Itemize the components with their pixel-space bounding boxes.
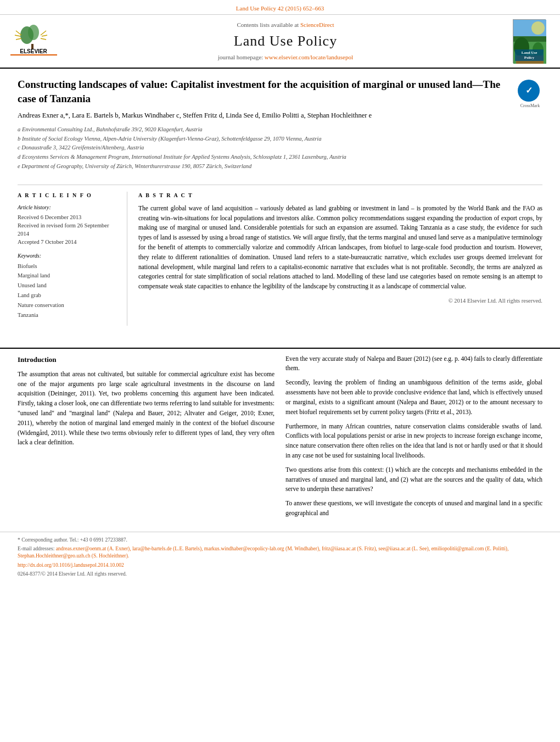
- main-divider: [0, 348, 560, 349]
- main-content: Introduction The assumption that areas n…: [0, 354, 560, 532]
- article-body: Constructing landscapes of value: Capita…: [0, 69, 560, 342]
- crossmark-circle: ✓: [518, 80, 540, 102]
- page-footer: * Corresponding author. Tel.: +43 0 6991…: [0, 532, 560, 584]
- intro-para-2: Even the very accurate study of Nalepa a…: [285, 354, 542, 374]
- issn-note: 0264-8377/© 2014 Elsevier Ltd. All right…: [18, 571, 542, 578]
- journal-header: ELSEVIER Contents lists available at Sci…: [0, 15, 560, 69]
- keyword-nature: Nature conservation: [18, 300, 118, 310]
- article-info-heading: A R T I C L E I N F O: [18, 192, 118, 199]
- authors-line: Andreas Exner a,*, Lara E. Bartels b, Ma…: [18, 111, 509, 121]
- doi-note: http://dx.doi.org/10.1016/j.landusepol.2…: [18, 562, 542, 569]
- email-addresses[interactable]: andreas.exner@oenm.at (A. Exner), lara@h…: [18, 546, 508, 559]
- article-title: Constructing landscapes of value: Capita…: [18, 77, 509, 105]
- svg-line-6: [16, 38, 21, 40]
- copyright-line: © 2014 Elsevier Ltd. All rights reserved…: [138, 297, 542, 305]
- crossmark-icon: ✓: [525, 85, 533, 97]
- received-date: Received 6 December 2013: [18, 213, 118, 221]
- intro-para-5: Two questions arise from this context: (…: [285, 465, 542, 494]
- affiliation-b: b Institute of Social Ecology Vienna, Al…: [18, 135, 509, 143]
- corresponding-label: * Corresponding author. Tel.: +43 0 6991…: [18, 537, 127, 543]
- abstract-text: The current global wave of land acquisit…: [138, 204, 542, 292]
- article-title-text: Constructing landscapes of value: Capita…: [18, 77, 509, 171]
- affiliation-e: e Department of Geography, University of…: [18, 162, 509, 171]
- elsevier-logo-svg: ELSEVIER: [10, 24, 57, 56]
- article-info-col: A R T I C L E I N F O Article history: R…: [18, 192, 127, 326]
- svg-line-5: [15, 35, 20, 36]
- keyword-unused: Unused land: [18, 281, 118, 291]
- top-bar: Land Use Policy 42 (2015) 652–663: [0, 0, 560, 15]
- keyword-tanzania: Tanzania: [18, 310, 118, 320]
- keywords-list: Biofuels Marginal land Unused land Land …: [18, 261, 118, 320]
- introduction-text-right: Even the very accurate study of Nalepa a…: [285, 354, 542, 518]
- introduction-text-left: The assumption that areas not cultivated…: [18, 370, 275, 448]
- affiliations: a Environmental Consulting Ltd., Bahnhof…: [18, 125, 509, 171]
- affiliation-a: a Environmental Consulting Ltd., Bahnhof…: [18, 125, 509, 134]
- intro-para-4: Furthermore, in many African countries, …: [285, 422, 542, 461]
- history-label: Article history:: [18, 204, 118, 211]
- corresponding-author-note: * Corresponding author. Tel.: +43 0 6991…: [18, 537, 542, 544]
- introduction-heading: Introduction: [18, 354, 275, 365]
- intro-para-1: The assumption that areas not cultivated…: [18, 370, 275, 448]
- email-note: E-mail addresses: andreas.exner@oenm.at …: [18, 545, 542, 560]
- abstract-paragraph: The current global wave of land acquisit…: [138, 204, 542, 292]
- journal-center-header: Contents lists available at ScienceDirec…: [58, 21, 513, 62]
- journal-homepage: journal homepage: www.elsevier.com/locat…: [58, 53, 513, 62]
- svg-line-8: [42, 35, 47, 36]
- abstract-col: A B S T R A C T The current global wave …: [138, 192, 542, 326]
- journal-cover: Land UsePolicy: [513, 19, 551, 63]
- keyword-landgrab: Land grab: [18, 291, 118, 300]
- affiliation-c: c Donaustraße 3, 3422 Greifenstein/Alten…: [18, 143, 509, 152]
- authors: Andreas Exner a,*, Lara E. Bartels b, Ma…: [18, 111, 372, 119]
- keywords-label: Keywords:: [18, 252, 118, 260]
- content-right-col: Even the very accurate study of Nalepa a…: [285, 354, 542, 523]
- affiliation-d: d Ecosystems Services & Management Progr…: [18, 153, 509, 161]
- svg-point-14: [531, 21, 545, 35]
- content-left-col: Introduction The assumption that areas n…: [18, 354, 275, 523]
- crossmark-logo: ✓ CrossMark: [518, 80, 542, 109]
- doi-link[interactable]: http://dx.doi.org/10.1016/j.landusepol.2…: [18, 562, 124, 568]
- journal-ref-link[interactable]: Land Use Policy 42 (2015) 652–663: [236, 5, 324, 12]
- article-title-section: Constructing landscapes of value: Capita…: [18, 77, 542, 177]
- elsevier-logo: ELSEVIER: [9, 24, 58, 59]
- svg-line-7: [41, 31, 46, 35]
- svg-text:ELSEVIER: ELSEVIER: [20, 48, 47, 54]
- svg-point-2: [28, 25, 39, 40]
- journal-title: Land Use Policy: [58, 31, 513, 51]
- journal-homepage-link[interactable]: www.elsevier.com/locate/landusepol: [265, 54, 353, 60]
- sciencedirect-label: Contents lists available at ScienceDirec…: [58, 21, 513, 29]
- keyword-biofuels: Biofuels: [18, 261, 118, 271]
- revised-date: Received in revised form 26 September 20…: [18, 221, 118, 238]
- article-info-abstract-section: A R T I C L E I N F O Article history: R…: [18, 185, 542, 326]
- accepted-date: Accepted 7 October 2014: [18, 238, 118, 246]
- sciencedirect-link[interactable]: ScienceDirect: [300, 21, 334, 28]
- page-wrapper: Land Use Policy 42 (2015) 652–663: [0, 0, 560, 584]
- intro-para-3: Secondly, leaving the problem of finding…: [285, 378, 542, 417]
- cover-image: Land UsePolicy: [513, 19, 546, 63]
- crossmark-label: CrossMark: [518, 103, 542, 109]
- email-label: E-mail addresses:: [18, 546, 54, 551]
- keywords-section: Keywords: Biofuels Marginal land Unused …: [18, 252, 118, 320]
- intro-para-6: To answer these questions, we will inves…: [285, 499, 542, 518]
- article-history: Article history: Received 6 December 201…: [18, 204, 118, 247]
- abstract-heading: A B S T R A C T: [138, 192, 542, 199]
- cover-title: Land UsePolicy: [515, 49, 544, 61]
- keyword-marginal: Marginal land: [18, 271, 118, 281]
- svg-line-9: [41, 38, 46, 40]
